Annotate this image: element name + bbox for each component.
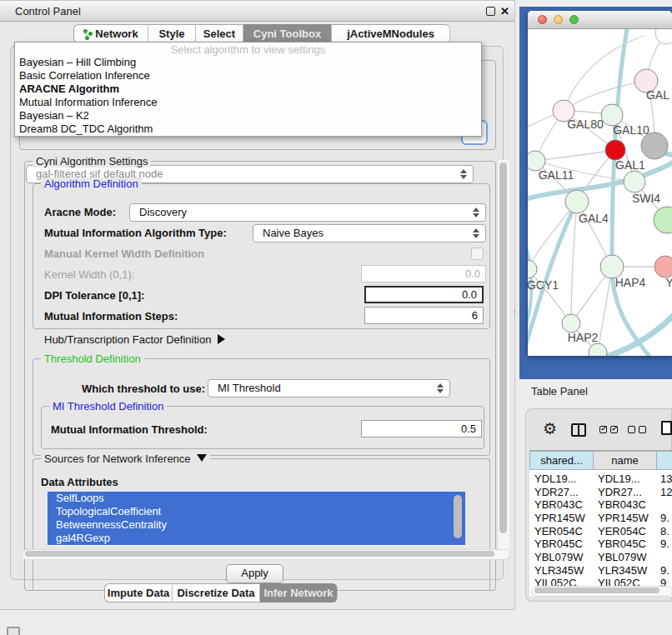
dropdown-item[interactable]: Bayesian – Hill Climbing bbox=[15, 56, 481, 69]
network-window-titlebar[interactable] bbox=[528, 11, 672, 29]
list-item[interactable]: BetweennessCentrality bbox=[48, 518, 465, 532]
dpi-tolerance-field[interactable]: 0.0 bbox=[364, 286, 484, 303]
minimize-traffic-icon[interactable] bbox=[554, 15, 563, 24]
cell[interactable]: YLR345W bbox=[534, 564, 584, 578]
control-panel-window: Control Panel ✕ Network Style Select Cyn… bbox=[0, 0, 515, 610]
node-hap4[interactable] bbox=[600, 255, 624, 278]
list-item[interactable]: TopologicalCoefficient bbox=[48, 505, 465, 518]
deselect-all-checks-icon[interactable] bbox=[628, 426, 649, 434]
network-canvas[interactable]: GAL GAL80 GAL10 GAL1 GAL11 SWI4 GAL4 GCY… bbox=[528, 29, 672, 356]
list-item[interactable]: SelfLoops bbox=[48, 492, 465, 505]
cell[interactable]: YDR27... bbox=[598, 486, 642, 499]
cell[interactable]: 13 bbox=[660, 472, 672, 486]
apply-button[interactable]: Apply bbox=[226, 564, 283, 583]
settings-vertical-scrollbar[interactable] bbox=[497, 160, 509, 558]
mi-type-combobox[interactable]: Naive Bayes bbox=[253, 224, 486, 242]
cell[interactable]: YBR043C bbox=[534, 498, 583, 512]
cell[interactable]: YER054C bbox=[598, 525, 646, 538]
new-table-icon[interactable] bbox=[661, 421, 672, 435]
zoom-traffic-icon[interactable] bbox=[569, 15, 579, 24]
docked-panel-grip[interactable] bbox=[7, 627, 20, 635]
dpi-tolerance-label: DPI Tolerance [0,1]: bbox=[44, 289, 144, 302]
column-header-name[interactable]: name bbox=[594, 451, 657, 470]
cell[interactable]: YER054C bbox=[534, 525, 583, 538]
control-panel-titlebar[interactable]: Control Panel ✕ bbox=[0, 1, 514, 22]
tab-select[interactable]: Select bbox=[196, 24, 243, 43]
list-scrollbar[interactable] bbox=[454, 495, 462, 538]
mi-threshold-field[interactable]: 0.5 bbox=[361, 420, 482, 438]
cell[interactable]: 8. bbox=[660, 525, 669, 538]
dropdown-item[interactable]: Dream8 DC_TDC Algorithm bbox=[15, 122, 481, 136]
tab-infer-network[interactable]: Infer Network bbox=[260, 583, 338, 602]
cell[interactable]: YPR145W bbox=[598, 512, 649, 525]
dropdown-item-selected[interactable]: ARACNE Algorithm bbox=[15, 82, 481, 96]
cell[interactable]: YBL079W bbox=[534, 551, 584, 564]
mi-threshold-label: Mutual Information Threshold: bbox=[51, 423, 208, 436]
cell[interactable]: YBR043C bbox=[598, 498, 646, 512]
tab-impute-data[interactable]: Impute Data bbox=[104, 583, 173, 602]
table-horizontal-scrollbar[interactable] bbox=[531, 586, 672, 597]
node-gal4[interactable] bbox=[565, 190, 589, 213]
dropdown-item[interactable]: Basic Correlation Inference bbox=[15, 69, 481, 82]
manual-kernel-checkbox[interactable] bbox=[471, 248, 484, 260]
node-hap2[interactable] bbox=[562, 314, 580, 332]
select-all-checks-icon[interactable] bbox=[599, 426, 621, 434]
table-horizontal-scroll-thumb[interactable] bbox=[534, 588, 659, 593]
gear-icon[interactable]: ⚙ bbox=[543, 419, 557, 438]
cell[interactable]: 12 bbox=[660, 486, 672, 499]
settings-horizontal-scroll-thumb[interactable] bbox=[25, 551, 494, 557]
cell[interactable]: YDR27... bbox=[534, 486, 579, 499]
node[interactable] bbox=[655, 29, 672, 44]
node-green-right[interactable] bbox=[654, 207, 672, 233]
kernel-width-label: Kernel Width (0,1): bbox=[44, 268, 134, 281]
tab-cyni-toolbox[interactable]: Cyni Toolbox bbox=[243, 24, 332, 43]
dropdown-item[interactable]: Mutual Information Inference bbox=[15, 96, 481, 109]
cell[interactable]: 9. bbox=[660, 512, 669, 525]
node-label: GAL11 bbox=[539, 168, 574, 182]
cell[interactable]: YBR045C bbox=[598, 538, 646, 551]
panel-splitter-handle[interactable]: ‹ bbox=[514, 308, 516, 316]
which-threshold-combobox[interactable]: MI Threshold bbox=[208, 379, 450, 398]
mi-steps-field[interactable]: 6 bbox=[364, 307, 484, 324]
list-item[interactable]: gal4RGexp bbox=[48, 532, 465, 545]
hub-tf-definition-toggle[interactable]: Hub/Transcription Factor Definition bbox=[44, 333, 225, 346]
kernel-width-field[interactable]: 0.0 bbox=[361, 265, 486, 282]
tab-jactivemnodules[interactable]: jActiveMNodules bbox=[332, 24, 450, 43]
tab-discretize-data[interactable]: Discretize Data bbox=[173, 583, 260, 602]
node-label: GCY1 bbox=[528, 278, 559, 292]
float-window-icon[interactable] bbox=[486, 7, 495, 16]
node-swi4[interactable] bbox=[624, 171, 645, 192]
data-attributes-label: Data Attributes bbox=[41, 476, 118, 488]
tab-network[interactable]: Network bbox=[73, 24, 148, 43]
close-traffic-icon[interactable] bbox=[538, 15, 547, 24]
manual-kernel-label: Manual Kernel Width Definition bbox=[44, 248, 204, 260]
aracne-mode-combobox[interactable]: Discovery bbox=[129, 203, 486, 222]
node-salmon[interactable] bbox=[654, 256, 672, 278]
node-label: Y bbox=[665, 276, 672, 289]
close-icon[interactable]: ✕ bbox=[500, 4, 509, 19]
node-gcy1[interactable] bbox=[528, 260, 537, 278]
column-header-next[interactable]: A bbox=[657, 451, 672, 470]
cell[interactable]: YDL19... bbox=[598, 472, 640, 486]
tab-style[interactable]: Style bbox=[148, 24, 196, 43]
cell[interactable]: 9. bbox=[660, 564, 669, 578]
cell[interactable]: YBL079W bbox=[598, 551, 647, 564]
columns-icon[interactable] bbox=[571, 423, 586, 437]
node-label: HAP2 bbox=[568, 331, 599, 344]
cell[interactable]: YPR145W bbox=[534, 512, 585, 525]
cell[interactable]: YDL19... bbox=[534, 472, 577, 486]
column-header-shared-name[interactable]: shared... bbox=[529, 451, 594, 470]
cell[interactable]: 9. bbox=[660, 538, 669, 551]
cell[interactable]: YBR045C bbox=[534, 538, 583, 551]
dropdown-placeholder: Select algorithm to view settings bbox=[15, 43, 481, 56]
settings-vertical-scroll-thumb[interactable] bbox=[499, 162, 507, 533]
mi-type-label: Mutual Information Algorithm Type: bbox=[44, 227, 227, 239]
table-panel: ⚙ shared... name A YDL19... YDL19... 13 … bbox=[525, 408, 672, 602]
dropdown-item[interactable]: Bayesian – K2 bbox=[15, 109, 481, 122]
bottom-tabs: Impute Data Discretize Data Infer Networ… bbox=[0, 583, 515, 602]
node-gal1-red[interactable] bbox=[605, 140, 625, 160]
node-bottom[interactable] bbox=[589, 343, 607, 356]
settings-horizontal-scrollbar[interactable] bbox=[22, 549, 510, 560]
sources-group-toggle[interactable]: Sources for Network Inference bbox=[41, 452, 210, 465]
cell[interactable]: YLR345W bbox=[598, 564, 647, 578]
